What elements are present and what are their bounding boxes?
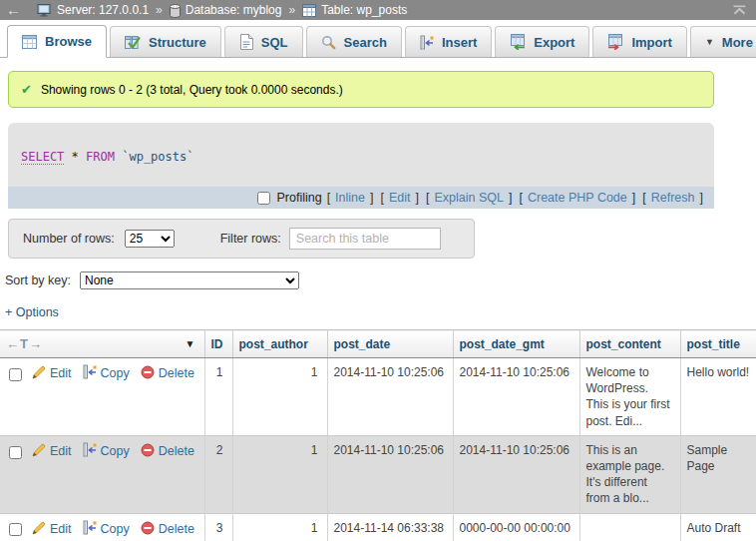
edit-icon[interactable]	[32, 443, 46, 457]
cell-post-title: Sample Page	[680, 435, 756, 513]
tab-browse[interactable]: Browse	[7, 25, 107, 58]
tab-insert[interactable]: Insert	[405, 26, 492, 57]
copy-link[interactable]: Copy	[101, 522, 130, 536]
bracket: [	[327, 191, 330, 205]
tab-search[interactable]: Search	[306, 26, 402, 57]
explain-sql-link[interactable]: Explain SQL	[434, 191, 503, 205]
edit-link[interactable]: Edit	[50, 366, 72, 380]
cell-post-title: Auto Draft	[680, 513, 756, 541]
copy-link[interactable]: Copy	[101, 366, 130, 380]
delete-link[interactable]: Delete	[159, 522, 194, 536]
column-header-post-title[interactable]: post_title	[680, 330, 756, 358]
tab-bar: Browse Structure SQL Search Insert Expor…	[0, 20, 756, 58]
results-table: ←T→ ▼ ID post_author post_date post_date…	[0, 329, 756, 541]
breadcrumb-database-link[interactable]: Database: myblog	[186, 3, 282, 17]
sort-by-key-label: Sort by key:	[5, 273, 71, 287]
delete-link[interactable]: Delete	[159, 366, 194, 380]
query-toolbar: Profiling [Inline] [Edit] [Explain SQL] …	[8, 187, 714, 209]
tab-import[interactable]: Import	[592, 26, 686, 57]
sql-query-box: SELECT * FROM `wp_posts` Profiling [Inli…	[8, 123, 714, 209]
tab-label: Export	[534, 35, 574, 50]
row-checkbox[interactable]	[9, 368, 22, 381]
profiling-checkbox[interactable]	[257, 192, 270, 205]
table-row: EditCopyDelete 3 1 2014-11-14 06:33:38 0…	[0, 513, 756, 541]
cell-post-author: 1	[232, 513, 327, 541]
row-checkbox[interactable]	[9, 446, 22, 459]
row-actions-cell: EditCopyDelete	[0, 513, 204, 541]
copy-icon[interactable]	[83, 442, 97, 457]
tab-more[interactable]: ▼ More	[690, 26, 756, 57]
cell-id: 3	[204, 513, 232, 541]
profiling-label: Profiling	[276, 191, 321, 205]
filter-rows-label: Filter rows:	[220, 232, 281, 246]
tab-label: Search	[344, 35, 387, 50]
tab-export[interactable]: Export	[495, 26, 589, 57]
search-icon	[321, 35, 336, 50]
column-header-post-author[interactable]: post_author	[232, 330, 327, 358]
bracket: ]	[632, 191, 635, 205]
copy-icon[interactable]	[83, 364, 97, 379]
database-icon	[170, 4, 181, 18]
bracket: [	[426, 191, 429, 205]
success-check-icon: ✔	[21, 82, 32, 97]
options-toggle[interactable]: + Options	[5, 305, 59, 319]
delete-icon[interactable]	[141, 443, 155, 457]
table-header-row: ←T→ ▼ ID post_author post_date post_date…	[0, 330, 756, 358]
delete-link[interactable]: Delete	[159, 444, 194, 458]
tab-label: Structure	[149, 35, 206, 50]
structure-icon	[125, 35, 141, 50]
sql-keyword-from: FROM	[86, 150, 115, 164]
success-message: ✔ Showing rows 0 - 2 (3 total, Query too…	[8, 71, 714, 108]
collapse-icon[interactable]	[733, 5, 746, 15]
breadcrumb-table-link[interactable]: Table: wp_posts	[321, 3, 407, 17]
row-checkbox[interactable]	[9, 523, 22, 536]
filter-input[interactable]	[289, 228, 441, 250]
column-header-post-content[interactable]: post_content	[579, 330, 680, 358]
column-header-id[interactable]: ID	[204, 330, 232, 358]
tab-sql[interactable]: SQL	[224, 26, 303, 57]
sql-query-text: SELECT * FROM `wp_posts`	[8, 123, 714, 187]
refresh-link[interactable]: Refresh	[651, 191, 695, 205]
delete-icon[interactable]	[141, 365, 155, 379]
tab-label: More	[722, 35, 753, 50]
edit-link[interactable]: Edit	[50, 522, 72, 536]
export-icon	[510, 34, 526, 50]
tab-label: Browse	[45, 34, 92, 49]
caret-down-icon: ▼	[705, 37, 714, 47]
edit-icon[interactable]	[32, 365, 46, 379]
edit-icon[interactable]	[32, 521, 46, 535]
number-of-rows-select[interactable]: 25	[125, 230, 175, 248]
copy-link[interactable]: Copy	[101, 444, 130, 458]
delete-icon[interactable]	[141, 521, 155, 535]
create-php-code-link[interactable]: Create PHP Code	[528, 191, 627, 205]
column-header-post-date-gmt[interactable]: post_date_gmt	[453, 330, 579, 358]
column-options-caret-icon[interactable]: ▼	[186, 338, 195, 349]
cell-post-content: This is an example page. It's different …	[579, 435, 680, 513]
inline-link[interactable]: Inline	[335, 191, 365, 205]
breadcrumb-separator: »	[156, 3, 163, 17]
copy-icon[interactable]	[83, 520, 97, 535]
cell-post-date: 2014-11-10 10:25:06	[327, 358, 453, 436]
column-header-post-date[interactable]: post_date	[327, 330, 453, 358]
breadcrumb-bar: ← Server: 127.0.0.1 » Database: myblog »…	[0, 0, 756, 20]
cell-post-content: Welcome to WordPress. This is your first…	[579, 358, 680, 436]
sql-keyword-select: SELECT	[21, 150, 64, 165]
edit-link[interactable]: Edit	[50, 444, 72, 458]
row-actions-cell: EditCopyDelete	[0, 435, 204, 513]
cell-id: 2	[204, 435, 232, 513]
tab-label: Insert	[442, 35, 477, 50]
rows-controls: Number of rows: 25 Filter rows:	[8, 219, 475, 259]
sort-key-select[interactable]: None	[80, 271, 299, 289]
edit-query-link[interactable]: Edit	[389, 191, 411, 205]
cell-post-date-gmt: 2014-11-10 10:25:06	[453, 435, 579, 513]
cell-post-date-gmt: 0000-00-00 00:00:00	[453, 513, 579, 541]
back-arrow-icon[interactable]: ←	[6, 1, 21, 19]
breadcrumb-server-link[interactable]: Server: 127.0.0.1	[57, 3, 149, 17]
bracket: ]	[370, 191, 373, 205]
tab-structure[interactable]: Structure	[110, 26, 221, 57]
sql-icon	[239, 34, 253, 50]
bracket: ]	[700, 191, 703, 205]
transpose-icon[interactable]: ←T→	[6, 336, 43, 351]
table-icon	[302, 4, 316, 17]
cell-post-date: 2014-11-10 10:25:06	[327, 435, 453, 513]
